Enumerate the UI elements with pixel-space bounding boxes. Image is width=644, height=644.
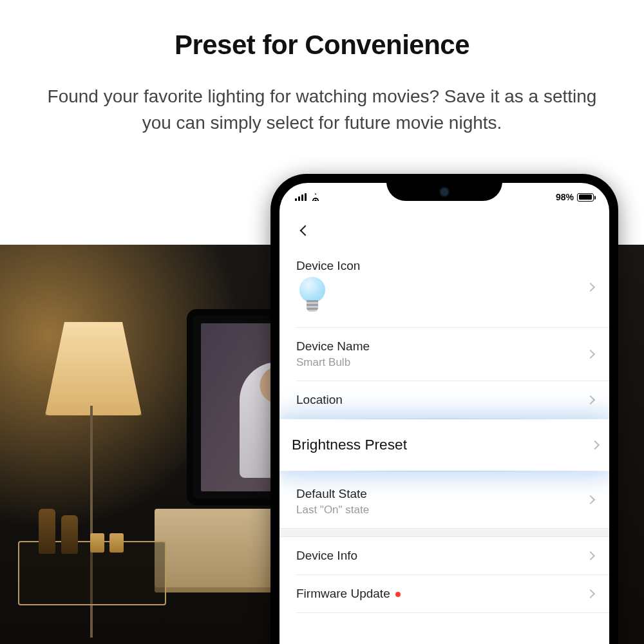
update-dot-icon (395, 592, 401, 597)
row-label: Brightness Preset (292, 437, 597, 454)
row-device-info[interactable]: Device Info (279, 537, 609, 574)
wifi-icon (310, 193, 321, 201)
chevron-left-icon (300, 225, 311, 236)
status-bar: 98% (279, 183, 609, 211)
battery-text: 98% (556, 192, 574, 202)
signal-icon (295, 193, 307, 201)
row-value: Last "On" state (296, 504, 592, 516)
row-firmware-update[interactable]: Firmware Update (279, 575, 609, 612)
back-button[interactable] (292, 218, 318, 243)
row-label: Device Info (296, 549, 592, 563)
phone-frame: 98% Device Icon Device Name (270, 174, 618, 644)
row-label: Firmware Update (296, 587, 592, 601)
row-default-state[interactable]: Default State Last "On" state (279, 471, 609, 528)
hero-subtitle: Found your favorite lighting for watchin… (0, 84, 644, 136)
bulb-icon (296, 277, 328, 316)
row-value: Smart Bulb (296, 356, 592, 369)
row-label: Location (296, 393, 592, 407)
row-label: Default State (296, 487, 592, 501)
row-location[interactable]: Location (279, 381, 609, 419)
hero-title: Preset for Convenience (0, 30, 644, 61)
row-device-icon[interactable]: Device Icon (279, 247, 609, 327)
chevron-right-icon (586, 283, 595, 292)
row-device-name[interactable]: Device Name Smart Bulb (279, 328, 609, 381)
row-brightness-preset[interactable]: Brightness Preset (279, 419, 609, 471)
row-label: Device Icon (296, 259, 592, 273)
row-label: Device Name (296, 339, 592, 354)
battery-icon (577, 193, 594, 202)
